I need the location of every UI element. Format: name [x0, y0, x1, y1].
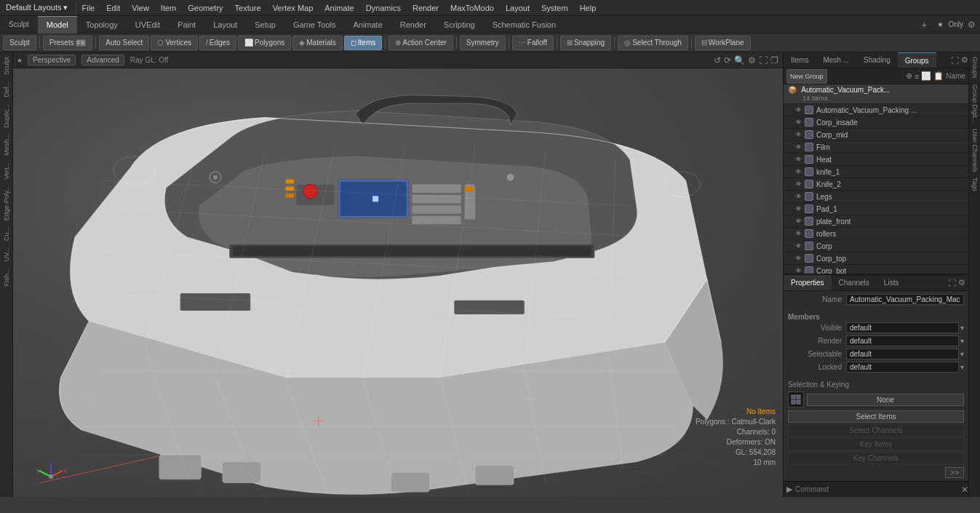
visibility-icon-8[interactable]: 👁	[795, 205, 802, 212]
items-tree[interactable]: 📦 Automatic_Vacuum_Pack... 14 Items 👁 Au…	[784, 84, 968, 274]
tree-item-8[interactable]: 👁 Pad_1	[784, 203, 968, 215]
visibility-icon-0[interactable]: 👁	[795, 106, 802, 114]
menu-item-layout[interactable]: Layout	[500, 2, 535, 14]
animate-tab[interactable]: Animate	[344, 16, 391, 33]
rp-box-icon[interactable]: ⬜	[921, 71, 931, 81]
tree-item-3[interactable]: 👁 Film	[784, 141, 968, 154]
sculpt-tab[interactable]: Sculpt	[0, 16, 38, 33]
visibility-icon-13[interactable]: 👁	[795, 267, 802, 274]
scripting-tab[interactable]: Scripting	[435, 16, 484, 33]
menu-item-help[interactable]: Help	[574, 2, 602, 14]
tree-item-2[interactable]: 👁 Corp_mid	[784, 129, 968, 141]
menu-item-maxtomodo[interactable]: MaxToModo	[445, 2, 500, 14]
advanced-btn[interactable]: Advanced	[81, 55, 124, 65]
sidebar-duplic[interactable]: Duplic...	[1, 101, 12, 131]
select-through-btn[interactable]: ◎ Select Through	[618, 36, 688, 50]
sidebar-edge-poly[interactable]: Edge-Poly...	[1, 183, 12, 223]
menu-item-view[interactable]: View	[126, 2, 155, 14]
rp-expand-icon[interactable]: ⛶	[951, 56, 959, 65]
tree-item-4[interactable]: 👁 Heat	[784, 154, 968, 166]
select-items-btn[interactable]: Select Items	[788, 410, 964, 423]
vp-copy-icon[interactable]: ❐	[770, 55, 778, 65]
vp-search-icon[interactable]: 🔍	[734, 55, 745, 65]
tree-item-11[interactable]: 👁 Corp	[784, 240, 968, 252]
props-expand-icon[interactable]: ⛶	[948, 279, 956, 287]
workplane-btn[interactable]: ⊟ WorkPlane	[695, 36, 751, 50]
tree-item-12[interactable]: 👁 Corp_top	[784, 252, 968, 265]
tree-item-7[interactable]: 👁 Legs	[784, 191, 968, 203]
schematic-tab[interactable]: Schematic Fusion	[484, 16, 565, 33]
tree-item-10[interactable]: 👁 rollers	[784, 228, 968, 240]
visibility-icon-12[interactable]: 👁	[795, 255, 802, 262]
rp-tab-items[interactable]: Items	[784, 52, 816, 68]
menu-item-animate[interactable]: Animate	[319, 2, 359, 14]
items-btn[interactable]: ◻ Items	[344, 36, 382, 50]
polygons-btn[interactable]: ⬜ Polygons	[238, 36, 291, 50]
vp-refresh-icon[interactable]: ⟳	[724, 55, 731, 65]
sidebar-sculpt[interactable]: Sculpt	[1, 54, 12, 78]
action-center-btn[interactable]: ⊕ Action Center	[389, 36, 453, 50]
visibility-icon-5[interactable]: 👁	[795, 168, 802, 175]
tree-item-1[interactable]: 👁 Corp_insade	[784, 116, 968, 129]
sidebar-fish[interactable]: Fish...	[1, 266, 12, 290]
menu-item-edit[interactable]: Edit	[100, 2, 126, 14]
props-tab-channels[interactable]: Channels	[832, 275, 877, 290]
3d-scene[interactable]: ■	[13, 68, 783, 497]
visibility-icon-10[interactable]: 👁	[795, 230, 802, 237]
menu-item-render[interactable]: Render	[407, 2, 445, 14]
rsb-tab-group-digit[interactable]: Group Digit...	[970, 81, 980, 126]
selectable-select[interactable]: default	[846, 349, 959, 359]
perspective-btn[interactable]: Perspective	[28, 55, 76, 65]
visibility-icon-4[interactable]: 👁	[795, 156, 802, 163]
cmd-clear-icon[interactable]: ✕	[961, 485, 968, 495]
render-select[interactable]: default	[846, 335, 959, 346]
sidebar-def[interactable]: Def...	[1, 79, 12, 100]
tree-item-6[interactable]: 👁 Knife_2	[784, 178, 968, 191]
tree-item-13[interactable]: 👁 Corp_bot	[784, 265, 968, 274]
expand-props-btn[interactable]: >>	[945, 467, 964, 478]
visibility-icon-1[interactable]: 👁	[795, 119, 802, 126]
props-settings-icon[interactable]: ⚙	[958, 278, 965, 287]
visibility-icon-2[interactable]: 👁	[795, 131, 802, 138]
symmetry-btn[interactable]: Symmetry	[460, 36, 506, 50]
layout-selector[interactable]: Default Layouts ▾	[0, 1, 76, 14]
gametools-tab[interactable]: Game Tools	[284, 16, 345, 33]
rp-tab-shading[interactable]: Shading	[856, 52, 898, 68]
edges-btn[interactable]: / Edges	[199, 36, 236, 50]
rsb-tab-user-channels[interactable]: User Channels	[970, 126, 980, 175]
props-tab-properties[interactable]: Properties	[784, 275, 832, 290]
rp-menu-icon[interactable]: ≡	[915, 72, 919, 81]
menu-item-geometry[interactable]: Geometry	[182, 2, 228, 14]
rp-settings-icon[interactable]: ⚙	[961, 55, 968, 65]
sidebar-mesh[interactable]: Mesh...	[1, 131, 12, 159]
layout-tab[interactable]: Layout	[204, 16, 246, 33]
tree-root-item[interactable]: 📦 Automatic_Vacuum_Pack... 14 Items	[784, 84, 968, 104]
none-btn[interactable]: None	[807, 394, 964, 406]
rp-copy-icon[interactable]: 📋	[933, 71, 944, 81]
rsb-tab-groups[interactable]: Groups	[970, 54, 980, 81]
visibility-icon-9[interactable]: 👁	[795, 218, 802, 225]
snapping-btn[interactable]: ⊞ Snapping	[560, 36, 611, 50]
menu-item-vertex map[interactable]: Vertex Map	[267, 2, 319, 14]
menu-item-item[interactable]: Item	[155, 2, 182, 14]
visibility-icon-3[interactable]: 👁	[795, 143, 802, 151]
presets-btn[interactable]: Presets F8	[43, 36, 92, 50]
menu-item-system[interactable]: System	[535, 2, 574, 14]
render-tab[interactable]: Render	[391, 16, 435, 33]
model-tab[interactable]: Model	[38, 16, 77, 33]
sidebar-uv[interactable]: UV...	[1, 244, 12, 264]
visible-select[interactable]: default	[846, 322, 959, 333]
tree-item-0[interactable]: 👁 Automatic_Vacuum_Packing ...	[784, 104, 968, 116]
rp-tab-groups[interactable]: Groups	[898, 52, 936, 68]
vp-expand-icon[interactable]: ⛶	[759, 55, 768, 65]
vertices-btn[interactable]: ⬡ Vertices	[151, 36, 198, 50]
tree-item-9[interactable]: 👁 plate_front	[784, 215, 968, 228]
visibility-icon-6[interactable]: 👁	[795, 180, 802, 188]
rp-add-icon[interactable]: ⊕	[906, 71, 912, 81]
menu-item-file[interactable]: File	[76, 2, 101, 14]
name-input[interactable]	[846, 294, 964, 305]
new-group-btn[interactable]: New Group	[786, 69, 827, 84]
props-tab-lists[interactable]: Lists	[877, 275, 907, 290]
vp-rotate-icon[interactable]: ↺	[714, 55, 721, 65]
falloff-btn[interactable]: ⋯ Falloff	[512, 36, 554, 50]
